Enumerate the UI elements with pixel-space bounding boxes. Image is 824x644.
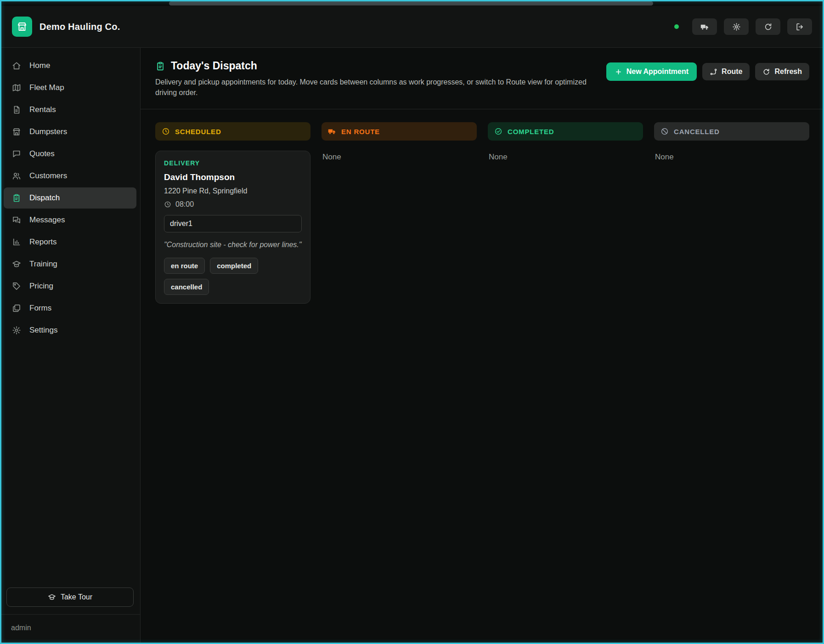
sidebar-item-label: Fleet Map <box>29 83 64 92</box>
column-label: CANCELLED <box>674 128 720 136</box>
customer-address: 1220 Pine Rd, Springfield <box>164 187 302 195</box>
column-cancelled: CANCELLED None <box>654 122 809 303</box>
slash-circle-icon <box>660 127 669 136</box>
take-tour-button[interactable]: Take Tour <box>6 588 134 607</box>
clock-icon <box>162 127 170 136</box>
users-icon <box>12 171 21 181</box>
page-header-text: Today's Dispatch Delivery and pickup app… <box>155 60 605 98</box>
route-view-button[interactable]: Route <box>702 63 750 80</box>
store-icon <box>17 21 28 32</box>
truck-icon <box>328 127 336 136</box>
brand-logo <box>12 17 32 37</box>
copy-icon <box>12 304 21 313</box>
empty-column-text: None <box>655 153 808 162</box>
sidebar-item-label: Quotes <box>29 149 55 158</box>
refresh-icon <box>762 68 770 76</box>
appointment-type: DELIVERY <box>164 159 302 167</box>
sidebar-item-label: Pricing <box>29 282 53 291</box>
store-icon <box>12 127 21 136</box>
sidebar-item-label: Home <box>29 61 50 70</box>
username: admin <box>11 624 31 632</box>
sidebar-item-label: Settings <box>29 326 57 335</box>
sidebar-item-label: Rentals <box>29 105 56 114</box>
clock-icon <box>164 201 171 208</box>
gear-icon <box>732 23 741 31</box>
tag-icon <box>12 282 21 291</box>
appointment-time: 08:00 <box>164 200 302 209</box>
check-circle-icon <box>494 127 502 136</box>
sidebar-item-customers[interactable]: Customers <box>4 165 136 186</box>
new-appointment-button[interactable]: New Appointment <box>606 62 697 81</box>
refresh-page-button[interactable] <box>756 18 780 35</box>
horizontal-scrollbar[interactable] <box>169 1 653 6</box>
column-header-scheduled: SCHEDULED <box>155 122 310 141</box>
mark-en-route-button[interactable]: en route <box>164 258 205 274</box>
map-icon <box>12 83 21 92</box>
sidebar-nav: Home Fleet Map Rentals Dumpsters Quotes <box>0 55 140 341</box>
refresh-icon <box>764 23 773 31</box>
appointment-note: "Construction site - check for power lin… <box>164 240 302 250</box>
header-divider <box>141 109 824 109</box>
sidebar-item-pricing[interactable]: Pricing <box>4 276 136 297</box>
sidebar-item-label: Customers <box>29 171 67 181</box>
appointment-card[interactable]: DELIVERY David Thompson 1220 Pine Rd, Sp… <box>155 151 310 303</box>
sidebar-item-reports[interactable]: Reports <box>4 232 136 253</box>
app-window: Demo Hauling Co. <box>0 0 824 644</box>
new-appointment-label: New Appointment <box>626 68 689 76</box>
settings-button[interactable] <box>724 18 749 35</box>
empty-column-text: None <box>322 153 476 162</box>
refresh-board-button[interactable]: Refresh <box>755 63 809 80</box>
column-label: COMPLETED <box>508 128 554 136</box>
browser-top-strip <box>0 0 824 6</box>
column-header-completed: COMPLETED <box>488 122 643 141</box>
empty-column-text: None <box>489 153 642 162</box>
sidebar-item-settings[interactable]: Settings <box>4 320 136 341</box>
sidebar-item-fleet-map[interactable]: Fleet Map <box>4 77 136 98</box>
main-content: Today's Dispatch Delivery and pickup app… <box>141 48 824 644</box>
column-scheduled: SCHEDULED DELIVERY David Thompson 1220 P… <box>155 122 310 303</box>
column-label: SCHEDULED <box>175 128 221 136</box>
column-en-route: EN ROUTE None <box>322 122 477 303</box>
dispatch-board: SCHEDULED DELIVERY David Thompson 1220 P… <box>155 122 809 303</box>
route-label: Route <box>722 68 742 76</box>
sidebar: Home Fleet Map Rentals Dumpsters Quotes <box>0 48 141 644</box>
take-tour-label: Take Tour <box>61 593 92 601</box>
logout-icon <box>796 23 804 31</box>
plus-icon <box>615 68 622 76</box>
sidebar-user: admin <box>0 614 140 644</box>
page-title: Today's Dispatch <box>171 60 257 72</box>
sidebar-item-forms[interactable]: Forms <box>4 298 136 319</box>
route-icon <box>710 68 717 76</box>
logout-button[interactable] <box>787 18 812 35</box>
driver-select[interactable]: driver1 <box>164 215 302 232</box>
column-header-en-route: EN ROUTE <box>322 122 477 141</box>
sidebar-item-label: Reports <box>29 237 57 247</box>
sidebar-item-label: Dumpsters <box>29 127 67 136</box>
driver-select-value: driver1 <box>170 220 192 227</box>
messages-icon <box>12 215 21 225</box>
sidebar-item-home[interactable]: Home <box>4 55 136 76</box>
sidebar-item-quotes[interactable]: Quotes <box>4 143 136 164</box>
chat-bubble-icon <box>12 149 21 158</box>
customer-name: David Thompson <box>164 172 302 182</box>
column-completed: COMPLETED None <box>488 122 643 303</box>
sidebar-item-training[interactable]: Training <box>4 254 136 275</box>
sidebar-bottom: Take Tour <box>0 581 140 614</box>
header-actions <box>674 18 812 35</box>
sidebar-item-dumpsters[interactable]: Dumpsters <box>4 121 136 142</box>
card-status-actions: en route completed cancelled <box>164 258 302 295</box>
sidebar-item-label: Forms <box>29 304 51 313</box>
page-actions: New Appointment Route Refresh <box>606 60 809 81</box>
column-header-cancelled: CANCELLED <box>654 122 809 141</box>
sidebar-item-messages[interactable]: Messages <box>4 209 136 231</box>
bar-chart-icon <box>12 237 21 247</box>
mark-completed-button[interactable]: completed <box>210 258 258 274</box>
refresh-label: Refresh <box>774 68 802 76</box>
sidebar-item-rentals[interactable]: Rentals <box>4 99 136 120</box>
sidebar-item-dispatch[interactable]: Dispatch <box>4 187 136 209</box>
mark-cancelled-button[interactable]: cancelled <box>164 279 209 295</box>
truck-icon <box>700 23 709 31</box>
fleet-truck-button[interactable] <box>692 18 717 35</box>
page-subtitle: Delivery and pickup appointments for tod… <box>155 77 605 98</box>
graduation-cap-icon <box>12 260 21 269</box>
